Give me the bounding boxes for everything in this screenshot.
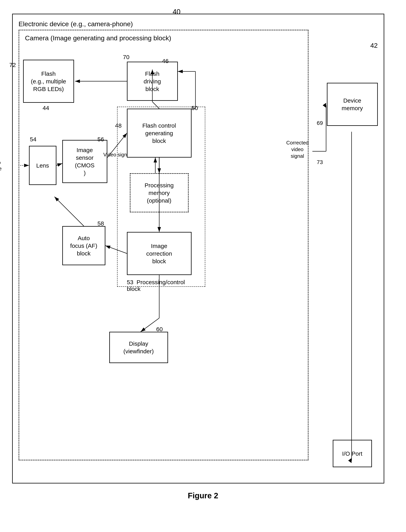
- label-72: 72: [9, 62, 16, 68]
- label-60: 60: [156, 326, 163, 333]
- label-70: 70: [123, 54, 130, 60]
- label-53: 53 Processing/control block: [127, 279, 185, 292]
- io-port-text: I/O Port: [342, 450, 362, 457]
- label-54: 54: [30, 136, 36, 143]
- device-memory-block: Device memory: [327, 83, 378, 126]
- flash-driving-block: Flash driving block: [127, 62, 178, 101]
- image-sensor-text: Image sensor (CMOS ): [75, 146, 94, 177]
- svg-line-11: [54, 197, 84, 226]
- processing-memory-block: Processing memory (optional): [130, 173, 188, 212]
- flash-control-text: Flash control generating block: [142, 122, 176, 145]
- image-sensor-block: Image sensor (CMOS ): [62, 140, 107, 183]
- outer-box: Electronic device (e.g., camera-phone) C…: [12, 14, 384, 483]
- lens-text: Lens: [36, 162, 49, 169]
- label-42: 42: [370, 42, 378, 49]
- video-image-label: Video image: [0, 160, 1, 172]
- display-text: Display (viewfinder): [123, 340, 154, 355]
- camera-box: Camera (Image generating and processing …: [19, 30, 308, 460]
- io-port-block: I/O Port: [333, 440, 372, 467]
- label-58: 58: [98, 220, 104, 227]
- label-46: 46: [162, 58, 169, 64]
- processing-control-label: Processing/control block: [127, 279, 185, 292]
- flash-block-text: Flash (e.g., multiple RGB LEDs): [31, 70, 66, 93]
- label-50: 50: [192, 105, 198, 111]
- label-56: 56: [98, 136, 104, 143]
- display-block: Display (viewfinder): [109, 332, 168, 363]
- diagram-container: 40 Electronic device (e.g., camera-phone…: [12, 8, 394, 500]
- svg-line-12: [56, 163, 62, 165]
- proc-memory-text: Processing memory (optional): [145, 181, 174, 204]
- autofocus-text: Auto focus (AF) block: [70, 234, 97, 257]
- label-73: 73: [317, 159, 323, 165]
- flash-block: Flash (e.g., multiple RGB LEDs): [23, 60, 74, 103]
- label-53-number: 53: [127, 279, 133, 285]
- flash-driving-text: Flash driving block: [144, 70, 161, 93]
- outer-box-label: Electronic device (e.g., camera-phone): [19, 20, 378, 28]
- label-48: 48: [115, 122, 122, 129]
- autofocus-block: Auto focus (AF) block: [62, 226, 105, 265]
- camera-box-label: Camera (Image generating and processing …: [25, 34, 302, 42]
- image-correction-block: Image correction block: [127, 232, 192, 275]
- flash-control-block: Flash control generating block: [127, 109, 192, 157]
- image-correction-text: Image correction block: [146, 242, 172, 265]
- label-69: 69: [317, 120, 323, 126]
- corrected-video-label: Corrected video signal: [282, 140, 313, 159]
- device-memory-text: Device memory: [341, 97, 363, 112]
- lens-block: Lens: [29, 146, 56, 185]
- label-44: 44: [43, 105, 49, 111]
- figure-caption: Figure 2: [12, 491, 394, 500]
